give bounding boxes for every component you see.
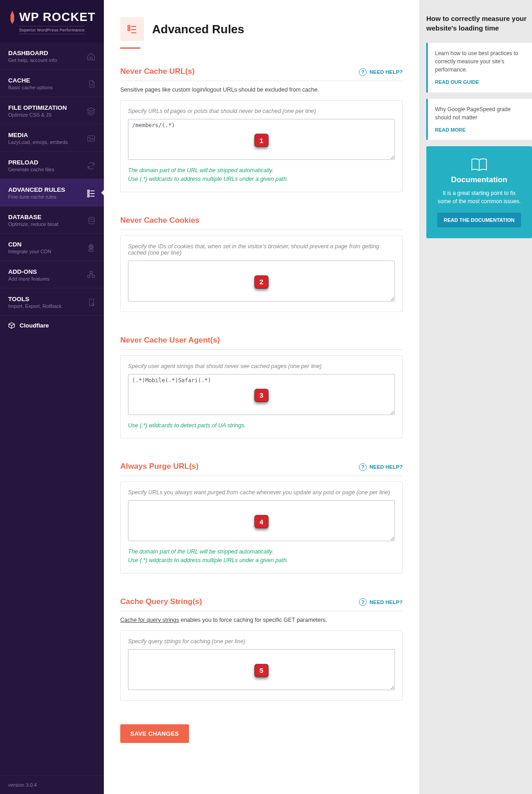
field-box: Specify query strings for caching (one p… [120, 630, 403, 701]
field-hint: The domain part of the URL will be strip… [128, 166, 395, 184]
annotation-marker: 2 [255, 276, 268, 288]
sidebar-item-file-optimization[interactable]: FILE OPTIMIZATION Optimize CSS & JS [0, 97, 104, 124]
section-cache-query-strings: Cache Query String(s) ?NEED HELP? Cache … [120, 597, 403, 701]
annotation-marker: 4 [255, 515, 268, 528]
need-help-link[interactable]: ?NEED HELP? [359, 598, 403, 606]
svg-rect-2 [88, 190, 89, 191]
sidebar-cloudflare[interactable]: Cloudflare [0, 316, 104, 335]
field-label: Specify the IDs of cookies that, when se… [128, 243, 395, 256]
read-documentation-button[interactable]: READ THE DOCUMENTATION [437, 213, 521, 227]
help-icon: ? [359, 598, 367, 606]
image-icon [87, 134, 96, 143]
section-title: Never Cache URL(s) [120, 67, 194, 76]
sidebar-item-preload[interactable]: PRELOAD Generate cache files [0, 152, 104, 179]
page-gear-icon [87, 298, 96, 307]
svg-rect-10 [90, 271, 92, 273]
field-label: Specify user agent strings that should n… [128, 363, 395, 369]
svg-point-1 [89, 137, 91, 138]
sidebar-item-advanced-rules[interactable]: ADVANCED RULES Fine-tune cache rules [0, 179, 104, 206]
svg-rect-11 [88, 275, 90, 277]
cube-icon [8, 322, 15, 329]
field-box: Specify URLs of pages or posts that shou… [120, 100, 403, 192]
field-label: Specify URLs of pages or posts that shou… [128, 108, 395, 114]
sidebar-item-media[interactable]: MEDIA LazyLoad, emojis, embeds [0, 124, 104, 152]
version-label: version 3.0.4 [8, 782, 96, 788]
documentation-card: Documentation It is a great starting poi… [426, 146, 532, 238]
main-content: Advanced Rules Never Cache URL(s) ?NEED … [104, 0, 419, 794]
section-desc: Cache for query strings enables you to f… [120, 617, 403, 623]
sidebar-item-add-ons[interactable]: ADD-ONS Add more features [0, 261, 104, 288]
info-card: Learn how to use best practices to corre… [426, 43, 532, 92]
sidebar-item-tools[interactable]: TOOLS Import, Export, Rollback [0, 288, 104, 316]
list-icon [87, 189, 96, 198]
rocket-icon [8, 10, 16, 24]
refresh-icon [87, 161, 96, 170]
field-box: Specify user agent strings that should n… [120, 355, 403, 439]
info-card: Why Google PageSpeed grade should not ma… [426, 99, 532, 140]
svg-rect-6 [88, 195, 89, 197]
help-icon: ? [359, 463, 367, 471]
home-icon [87, 52, 96, 61]
list-icon [120, 17, 144, 41]
aside-headline: How to correctly measure your website's … [426, 14, 532, 33]
need-help-link[interactable]: ?NEED HELP? [359, 463, 403, 471]
section-desc: Sensitive pages like custom login/logout… [120, 87, 403, 93]
svg-point-8 [89, 217, 94, 219]
sidebar-item-cache[interactable]: CACHE Basic cache options [0, 70, 104, 97]
sidebar-item-database[interactable]: DATABASE Optimize, reduce bloat [0, 206, 104, 234]
database-icon [87, 216, 96, 225]
field-hint: Use (.*) wildcards to detect parts of UA… [128, 421, 395, 430]
field-box: Specify the IDs of cookies that, when se… [120, 236, 403, 312]
section-never-cache-cookies: Never Cache Cookies Specify the IDs of c… [120, 216, 403, 312]
info-card-link[interactable]: READ OUR GUIDE [435, 78, 525, 86]
section-title: Always Purge URL(s) [120, 462, 199, 471]
section-title: Never Cache User Agent(s) [120, 336, 220, 345]
query-strings-link[interactable]: Cache for query strings [120, 617, 179, 623]
field-box: Specify URLs you always want purged from… [120, 482, 403, 574]
section-title: Cache Query String(s) [120, 597, 202, 606]
section-never-cache-user-agents: Never Cache User Agent(s) Specify user a… [120, 336, 403, 439]
sidebar-item-dashboard[interactable]: DASHBOARD Get help, account info [0, 42, 104, 70]
svg-rect-12 [92, 275, 95, 277]
field-label: Specify query strings for caching (one p… [128, 638, 395, 645]
svg-rect-14 [128, 26, 130, 27]
svg-rect-0 [88, 136, 95, 141]
sidebar-item-cdn[interactable]: CDN Integrate your CDN [0, 234, 104, 261]
aside: How to correctly measure your website's … [419, 0, 532, 794]
help-icon: ? [359, 68, 367, 76]
boxes-icon [87, 271, 96, 280]
svg-rect-4 [88, 193, 89, 194]
field-hint: The domain part of the URL will be strip… [128, 548, 395, 565]
annotation-marker: 5 [255, 664, 268, 677]
globe-hand-icon [87, 243, 96, 252]
annotation-marker: 1 [255, 134, 268, 147]
section-title: Never Cache Cookies [120, 216, 200, 225]
file-icon [87, 79, 96, 88]
section-never-cache-urls: Never Cache URL(s) ?NEED HELP? Sensitive… [120, 67, 403, 192]
field-label: Specify URLs you always want purged from… [128, 489, 395, 496]
sidebar: WP ROCKET Superior WordPress Performance… [0, 0, 104, 794]
layers-icon [87, 107, 96, 116]
logo: WP ROCKET Superior WordPress Performance [0, 0, 104, 42]
need-help-link[interactable]: ?NEED HELP? [359, 68, 403, 76]
save-changes-button[interactable]: SAVE CHANGES [120, 724, 189, 743]
info-card-link[interactable]: READ MORE [435, 126, 525, 134]
annotation-marker: 3 [255, 389, 268, 402]
section-always-purge-urls: Always Purge URL(s) ?NEED HELP? Specify … [120, 462, 403, 574]
svg-rect-16 [128, 29, 130, 31]
page-title: Advanced Rules [152, 22, 244, 36]
book-icon [435, 158, 523, 172]
